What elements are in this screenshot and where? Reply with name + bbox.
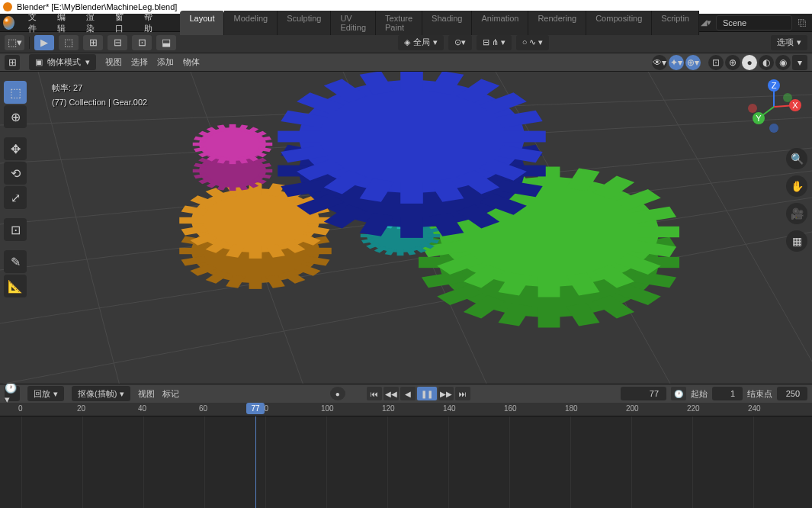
- zoom-icon[interactable]: 🔍: [786, 148, 807, 169]
- annotate-tool[interactable]: ✎: [4, 250, 27, 273]
- svg-text:Z: Z: [772, 81, 777, 90]
- current-frame-input[interactable]: 77: [621, 387, 666, 400]
- transform-orientation[interactable]: ◈ 全局 ▾: [398, 35, 444, 50]
- mode-selector[interactable]: ▣ 物体模式 ▾: [29, 54, 96, 70]
- camera-view-icon[interactable]: 🎥: [786, 203, 807, 224]
- tab-modeling[interactable]: Modeling: [224, 11, 278, 35]
- cursor-tool-icon[interactable]: ▶: [34, 35, 54, 50]
- blender-icon: [3, 16, 14, 30]
- end-frame-label: 结束点: [747, 388, 772, 400]
- new-scene-icon[interactable]: ⿻: [795, 16, 809, 30]
- editor-type-icon[interactable]: ⊞: [5, 55, 20, 70]
- overlay-toggle-icon[interactable]: ⊕▾: [685, 55, 701, 70]
- frame-controls: 77 🕐 起始 1 结束点 250: [621, 387, 807, 400]
- select-mode-icon[interactable]: ⬚▾: [5, 35, 24, 50]
- pivot-point[interactable]: ⊙▾: [448, 35, 472, 50]
- material-shading-icon[interactable]: ◐: [759, 55, 774, 70]
- tab-layout[interactable]: Layout: [180, 11, 224, 35]
- svg-point-21: [748, 104, 757, 113]
- select-invert-icon[interactable]: ⬓: [156, 35, 176, 50]
- scale-tool[interactable]: ⤢: [4, 186, 27, 209]
- svg-line-9: [496, 72, 709, 384]
- svg-line-6: [38, 72, 137, 384]
- editor-header: ⊞ ▣ 物体模式 ▾ 视图 选择 添加 物体 👁▾ ✦▾ ⊕▾ ⊡ ⊕ ● ◐ …: [0, 53, 812, 72]
- select-tool[interactable]: ⬚: [4, 81, 27, 104]
- view-menu[interactable]: 视图: [105, 56, 122, 68]
- menu-window[interactable]: 窗口: [108, 8, 136, 37]
- timeline-view-menu[interactable]: 视图: [138, 388, 155, 400]
- rotate-tool[interactable]: ⟲: [4, 162, 27, 185]
- wireframe-shading-icon[interactable]: ⊕: [725, 55, 740, 70]
- object-menu[interactable]: 物体: [183, 56, 200, 68]
- tab-rendering[interactable]: Rendering: [528, 11, 586, 35]
- timeline-tracks[interactable]: [0, 416, 812, 508]
- add-menu[interactable]: 添加: [157, 56, 174, 68]
- tool-header: ⬚▾ ▶ ⬚ ⊞ ⊟ ⊡ ⬓ ◈ 全局 ▾ ⊙▾ ⊟ ⋔ ▾ ○ ∿ ▾ 选项 …: [0, 32, 812, 53]
- start-frame-label: 起始: [691, 388, 708, 400]
- prev-keyframe-icon[interactable]: ◀◀: [384, 387, 399, 400]
- gizmo-toggle-icon[interactable]: ✦▾: [669, 55, 684, 70]
- jump-start-icon[interactable]: ⏮: [367, 387, 382, 400]
- menu-file[interactable]: 文件: [21, 8, 50, 37]
- end-frame-input[interactable]: 250: [777, 387, 807, 400]
- timeline-ruler[interactable]: 0 20 40 60 80 100 120 140 160 180 200 22…: [0, 403, 812, 416]
- perspective-toggle-icon[interactable]: ▦: [786, 230, 807, 252]
- pan-icon[interactable]: ✋: [786, 175, 807, 197]
- shading-options-icon[interactable]: ▾: [792, 55, 807, 70]
- clock-icon[interactable]: 🕐: [671, 387, 686, 400]
- timeline-editor: 🕐▾ 回放▾ 抠像(插帧)▾ 视图 标记 ● ⏮ ◀◀ ◀ ❚❚ ▶▶ ⏭ 77…: [0, 384, 812, 508]
- select-extend-icon[interactable]: ⊞: [83, 35, 103, 50]
- viewport-nav-buttons: 🔍 ✋ 🎥 ▦: [786, 148, 807, 252]
- chevron-down-icon: ▾: [85, 57, 90, 67]
- xray-icon[interactable]: ⊡: [708, 55, 724, 70]
- menu-edit[interactable]: 编辑: [50, 8, 79, 37]
- play-reverse-icon[interactable]: ◀: [400, 387, 416, 400]
- svg-text:Y: Y: [756, 114, 762, 123]
- playhead-line[interactable]: [255, 416, 256, 508]
- cursor-tool[interactable]: ⊕: [4, 105, 27, 128]
- tab-animation[interactable]: Animation: [472, 11, 528, 35]
- tab-sculpting[interactable]: Sculpting: [278, 11, 331, 35]
- measure-tool[interactable]: 📐: [4, 275, 27, 297]
- next-keyframe-icon[interactable]: ▶▶: [438, 387, 454, 400]
- timeline-header: 🕐▾ 回放▾ 抠像(插帧)▾ 视图 标记 ● ⏮ ◀◀ ◀ ❚❚ ▶▶ ⏭ 77…: [0, 384, 812, 403]
- pause-button[interactable]: ❚❚: [417, 387, 437, 400]
- playback-menu[interactable]: 回放▾: [27, 386, 64, 401]
- visibility-icon[interactable]: 👁▾: [652, 55, 667, 70]
- select-menu[interactable]: 选择: [131, 56, 148, 68]
- 3d-viewport[interactable]: ⬚ ⊕ ✥ ⟲ ⤢ ⊡ ✎ 📐 帧率: 27 (77) Collection |…: [0, 72, 812, 384]
- svg-point-20: [769, 124, 778, 133]
- proportional-edit[interactable]: ○ ∿ ▾: [516, 35, 550, 50]
- jump-end-icon[interactable]: ⏭: [455, 387, 470, 400]
- collection-overlay: (77) Collection | Gear.002: [52, 98, 147, 107]
- tab-scripting[interactable]: Scriptin: [652, 11, 699, 35]
- select-intersect-icon[interactable]: ⊡: [132, 35, 152, 50]
- keying-menu[interactable]: 抠像(插帧)▾: [72, 386, 130, 401]
- playhead-marker[interactable]: 77: [246, 403, 265, 414]
- svg-line-7: [191, 72, 328, 384]
- tab-compositing[interactable]: Compositing: [586, 11, 652, 35]
- marker-menu[interactable]: 标记: [162, 388, 179, 400]
- select-subtract-icon[interactable]: ⊟: [108, 35, 127, 50]
- menu-render[interactable]: 渲染: [79, 8, 108, 37]
- fps-overlay: 帧率: 27: [52, 82, 82, 94]
- transform-tool[interactable]: ⊡: [4, 218, 27, 241]
- blender-logo-icon: [3, 2, 12, 11]
- tab-uv-editing[interactable]: UV Editing: [331, 11, 376, 35]
- options-dropdown[interactable]: 选项 ▾: [771, 35, 807, 50]
- svg-point-22: [783, 93, 792, 102]
- auto-keyframe-icon[interactable]: ●: [330, 387, 345, 400]
- tab-shading[interactable]: Shading: [422, 11, 472, 35]
- tab-texture-paint[interactable]: Texture Paint: [376, 11, 422, 35]
- menu-help[interactable]: 帮助: [136, 8, 165, 37]
- move-tool[interactable]: ✥: [4, 137, 27, 160]
- rendered-shading-icon[interactable]: ◉: [775, 55, 791, 70]
- nav-gizmo[interactable]: Z X Y: [743, 76, 804, 137]
- scene-name-field[interactable]: Scene: [716, 15, 792, 31]
- snap-toggle[interactable]: ⊟ ⋔ ▾: [477, 35, 512, 50]
- select-box-icon[interactable]: ⬚: [59, 35, 79, 50]
- scene-browse-icon[interactable]: ◢▾: [699, 16, 713, 30]
- solid-shading-icon[interactable]: ●: [742, 55, 757, 70]
- start-frame-input[interactable]: 1: [712, 387, 743, 400]
- timeline-editor-icon[interactable]: 🕐▾: [5, 386, 20, 401]
